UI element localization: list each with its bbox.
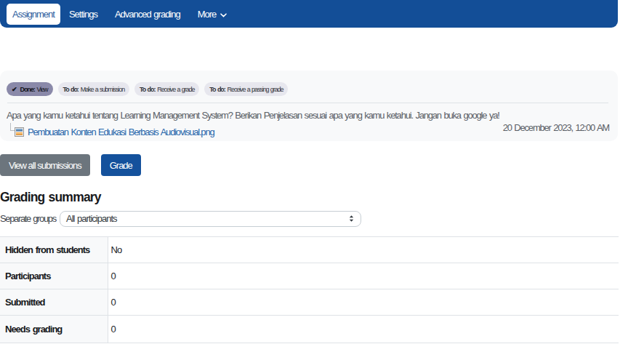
badge-done-view[interactable]: ✔ Done: View <box>7 82 53 96</box>
tab-assignment[interactable]: Assignment <box>7 4 60 25</box>
separate-groups-label: Separate groups <box>0 213 60 224</box>
badge-label: Receive a grade <box>157 86 194 93</box>
grade-button[interactable]: Grade <box>101 154 141 176</box>
badge-prefix: Done: <box>20 86 35 93</box>
view-all-submissions-button[interactable]: View all submissions <box>0 154 90 176</box>
attachment-link[interactable]: Pembuatan Konten Edukasi Berbasis Audiov… <box>28 127 214 137</box>
due-date: 20 December 2023, 12:00 AM <box>503 122 609 133</box>
table-row: Hidden from students No <box>0 237 619 263</box>
secondary-navigation: Assignment Settings Advanced grading Mor… <box>0 0 618 28</box>
separate-groups-select[interactable]: All participants <box>60 211 361 227</box>
row-label: Submitted <box>0 289 108 316</box>
completion-badges: ✔ Done: View To do: Make a submission To… <box>7 82 609 96</box>
tree-connector <box>10 123 15 131</box>
badge-label: Make a submission <box>81 86 124 93</box>
badge-todo-receive-grade[interactable]: To do: Receive a grade <box>134 82 199 96</box>
activity-status-box: ✔ Done: View To do: Make a submission To… <box>0 71 618 141</box>
badge-todo-receive-passing-grade[interactable]: To do: Receive a passing grade <box>204 82 288 96</box>
check-icon: ✔ <box>12 86 17 93</box>
attachment-row: Pembuatan Konten Edukasi Berbasis Audiov… <box>7 127 499 137</box>
row-label: Hidden from students <box>0 237 108 263</box>
row-label: Participants <box>0 263 108 289</box>
select-arrows-icon <box>349 215 354 223</box>
badge-prefix: To do: <box>63 86 79 93</box>
activity-description: Apa yang kamu ketahui tentang Learning M… <box>7 110 499 121</box>
row-value: No <box>108 237 619 263</box>
tab-settings[interactable]: Settings <box>60 4 106 25</box>
badge-label: Receive a passing grade <box>228 86 283 93</box>
grading-summary-table: Hidden from students No Participants 0 S… <box>0 236 619 343</box>
tab-advanced-grading-label: Advanced grading <box>115 9 180 20</box>
badge-todo-make-submission[interactable]: To do: Make a submission <box>58 82 130 96</box>
chevron-down-icon <box>220 9 227 20</box>
tab-more-label: More <box>198 9 217 20</box>
activity-description-block: Apa yang kamu ketahui tentang Learning M… <box>7 103 499 137</box>
tab-more[interactable]: More <box>189 4 236 25</box>
tab-advanced-grading[interactable]: Advanced grading <box>106 4 189 25</box>
badge-prefix: To do: <box>140 86 155 93</box>
table-row: Submitted 0 <box>0 289 619 316</box>
row-label: Needs grading <box>0 316 108 343</box>
table-row: Needs grading 0 <box>0 316 619 343</box>
row-value: 0 <box>108 289 619 316</box>
grading-summary-title: Grading summary <box>0 190 644 204</box>
table-row: Participants 0 <box>0 263 619 289</box>
row-value: 0 <box>108 316 619 343</box>
image-file-icon <box>15 127 24 137</box>
badge-label: View <box>37 86 48 93</box>
separate-groups-value: All participants <box>66 213 117 224</box>
tab-settings-label: Settings <box>69 9 97 20</box>
badge-prefix: To do: <box>209 86 225 93</box>
tab-assignment-label: Assignment <box>12 9 55 20</box>
row-value: 0 <box>108 263 619 289</box>
